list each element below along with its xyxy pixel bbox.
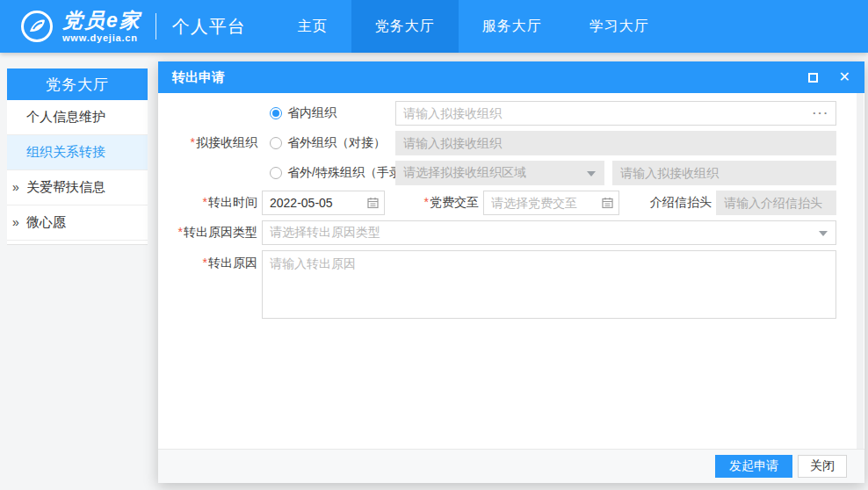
header-divider [156, 13, 156, 40]
transfer-date-label: *转出时间 [158, 195, 257, 211]
fee-paid-until-input[interactable] [483, 191, 619, 215]
sidebar-title: 党务大厅 [7, 68, 148, 100]
receiving-org-input-disabled [395, 131, 836, 155]
nav-party-hall[interactable]: 党务大厅 [351, 0, 459, 53]
sidebar-item-label: 组织关系转接 [26, 144, 105, 161]
transfer-out-form: 省内组织 ··· *拟接收组织 省外组织（对接） 省外/特殊组织（手录） [158, 93, 864, 319]
dialog-footer: 发起申请 关闭 [158, 449, 864, 483]
radio-icon[interactable] [270, 107, 282, 119]
form-row-receiving-org-3: 省外/特殊组织（手录） 请选择拟接收组织区域 [158, 161, 836, 185]
nav-study-hall[interactable]: 学习大厅 [566, 0, 673, 53]
required-asterisk: * [424, 195, 429, 209]
form-row-receiving-org-1: 省内组织 ··· [158, 101, 836, 126]
sidebar-item-label: 关爱帮扶信息 [26, 179, 105, 196]
top-header: 党员e家 www.dyejia.cn 个人平台 主页 党务大厅 服务大厅 学习大… [0, 0, 868, 53]
fee-paid-until-label: *党费交至 [385, 195, 479, 211]
close-button[interactable]: 关闭 [798, 455, 847, 478]
sidebar: 党务大厅 个人信息维护 组织关系转接 » 关爱帮扶信息 » 微心愿 [7, 68, 148, 245]
transfer-date-input[interactable] [262, 191, 385, 215]
required-asterisk: * [203, 195, 207, 209]
reason-textarea[interactable] [262, 250, 836, 319]
form-row-reason: *转出原因 [158, 250, 836, 319]
receiving-org-manual-input [612, 161, 836, 185]
dialog-title: 转出申请 [172, 69, 225, 86]
sidebar-item-micro-wish[interactable]: » 微心愿 [7, 205, 148, 241]
form-row-reason-type: *转出原因类型 请选择转出原因类型 [158, 220, 836, 245]
main-nav: 主页 党务大厅 服务大厅 学习大厅 [274, 0, 673, 53]
logo-url: www.dyejia.cn [62, 32, 141, 43]
org-picker-ellipsis-icon[interactable]: ··· [813, 106, 829, 119]
logo-title: 党员e家 [62, 10, 141, 31]
dialog-titlebar: 转出申请 ✕ [158, 61, 864, 93]
form-row-dates: *转出时间 *党费交至 介绍信抬头 [158, 191, 836, 215]
logo-icon [19, 9, 54, 44]
sidebar-item-label: 微心愿 [26, 214, 66, 231]
modal-scrollbar[interactable] [857, 93, 864, 483]
close-icon[interactable]: ✕ [839, 70, 850, 84]
transfer-out-dialog: 转出申请 ✕ 省内组织 ··· *拟接收组织 省外组织（ [158, 61, 864, 483]
reason-label: *转出原因 [158, 250, 257, 271]
sidebar-item-personal-info[interactable]: 个人信息维护 [7, 100, 148, 135]
platform-title: 个人平台 [172, 15, 246, 39]
sidebar-item-label: 个人信息维护 [26, 109, 105, 126]
logo: 党员e家 www.dyejia.cn [0, 0, 141, 53]
receiving-region-select: 请选择拟接收组织区域 [395, 161, 604, 185]
calendar-icon[interactable] [367, 198, 379, 209]
reason-type-select[interactable]: 请选择转出原因类型 [262, 220, 836, 245]
submit-application-button[interactable]: 发起申请 [715, 455, 792, 478]
sidebar-item-care-support[interactable]: » 关爱帮扶信息 [7, 170, 148, 205]
required-asterisk: * [203, 256, 207, 270]
radio-option-special-org[interactable]: 省外/特殊组织（手录） [262, 165, 395, 181]
nav-home[interactable]: 主页 [274, 0, 351, 53]
letter-title-input [716, 191, 836, 215]
chevron-right-icon: » [12, 180, 19, 194]
radio-icon[interactable] [270, 137, 282, 149]
sidebar-item-org-transfer[interactable]: 组织关系转接 [7, 135, 148, 170]
receiving-org-input[interactable] [395, 101, 836, 126]
required-asterisk: * [178, 225, 183, 239]
receiving-org-label: *拟接收组织 [158, 135, 257, 151]
maximize-icon[interactable] [808, 73, 818, 83]
dropdown-caret-icon [587, 171, 596, 177]
dropdown-caret-icon [819, 231, 828, 236]
calendar-icon[interactable] [602, 198, 613, 209]
radio-option-out-province[interactable]: 省外组织（对接） [262, 135, 395, 151]
required-asterisk: * [191, 135, 195, 149]
nav-service-hall[interactable]: 服务大厅 [459, 0, 566, 53]
form-row-receiving-org-2: *拟接收组织 省外组织（对接） [158, 131, 836, 155]
reason-type-label: *转出原因类型 [158, 225, 257, 241]
chevron-right-icon: » [12, 215, 19, 229]
radio-icon[interactable] [270, 167, 282, 179]
radio-option-in-province[interactable]: 省内组织 [262, 105, 395, 121]
letter-title-label: 介绍信抬头 [619, 195, 712, 211]
